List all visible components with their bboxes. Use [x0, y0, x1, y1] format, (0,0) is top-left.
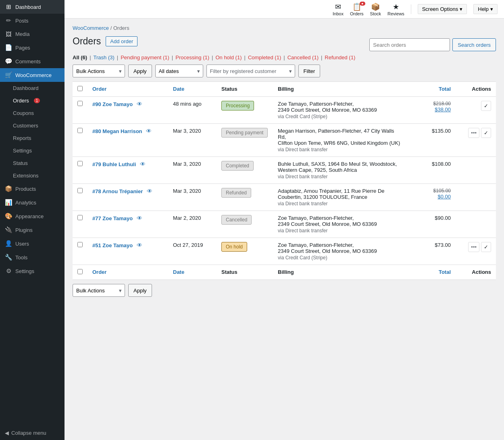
sidebar-item-comments[interactable]: 💬 Comments — [0, 54, 65, 68]
sidebar-sub-woo-settings[interactable]: Settings — [0, 144, 65, 157]
view-order-icon-90[interactable]: 👁 — [137, 101, 142, 107]
view-order-icon-51[interactable]: 👁 — [137, 242, 142, 248]
row-checkbox-90[interactable] — [77, 101, 83, 106]
billing-method: via Credit Card (Stripe) — [278, 255, 402, 261]
bulk-actions-select[interactable]: Bulk Actions Mark processing Mark on-hol… — [73, 65, 125, 77]
filter-tab-completed[interactable]: Completed (1) — [248, 54, 281, 60]
row-checkbox-77[interactable] — [77, 215, 83, 220]
sidebar-sub-woo-status[interactable]: Status — [0, 157, 65, 169]
sidebar-item-posts[interactable]: ✏ Posts — [0, 14, 65, 27]
order-link-77[interactable]: #77 Zoe Tamayo — [92, 215, 133, 221]
footer-billing-col: Billing — [273, 265, 407, 280]
more-actions-btn-51[interactable]: ••• — [468, 242, 479, 252]
view-order-icon-80[interactable]: 👁 — [146, 128, 152, 134]
sidebar-item-settings[interactable]: ⚙ Settings — [0, 264, 65, 278]
row-checkbox-51[interactable] — [77, 242, 83, 247]
filter-tab-all[interactable]: All (6) — [73, 54, 87, 60]
reviews-icon: ★ — [393, 2, 399, 11]
sidebar-item-label: Plugins — [15, 227, 33, 233]
search-orders-input[interactable] — [369, 38, 450, 51]
header-date-col[interactable]: Date — [168, 82, 217, 97]
table-row: #79 Buhle Luthuli 👁 Mar 3, 2020Completed… — [73, 157, 496, 184]
sidebar-item-users[interactable]: 👤 Users — [0, 237, 65, 250]
sidebar-item-appearance[interactable]: 🎨 Appearance — [0, 209, 65, 223]
order-link-80[interactable]: #80 Megan Harrison — [92, 128, 142, 134]
header-order-col[interactable]: Order — [87, 82, 168, 97]
filter-tab-cancelled[interactable]: Cancelled (1) — [287, 54, 319, 60]
complete-btn-51[interactable]: ✓ — [481, 242, 491, 252]
footer-order-col[interactable]: Order — [87, 265, 168, 280]
topbar-reviews[interactable]: ★ Reviews — [387, 2, 404, 16]
order-link-51[interactable]: #51 Zoe Tamayo — [92, 242, 133, 248]
search-orders-button[interactable]: Search orders — [452, 38, 496, 51]
sidebar-sub-woo-dashboard[interactable]: Dashboard — [0, 82, 65, 94]
sidebar-sub-woo-reports[interactable]: Reports — [0, 132, 65, 144]
sidebar-item-plugins[interactable]: 🔌 Plugins — [0, 223, 65, 237]
row-checkbox-78[interactable] — [77, 188, 83, 193]
billing-method: via Direct bank transfer — [278, 174, 402, 179]
view-order-icon-77[interactable]: 👁 — [137, 215, 142, 221]
total-current-78[interactable]: $0.00 — [412, 194, 451, 200]
sidebar-sub-woo-customers[interactable]: Customers — [0, 119, 65, 132]
filter-tab-processing[interactable]: Processing (1) — [175, 54, 209, 60]
tools-icon: 🔧 — [5, 254, 12, 261]
sidebar-item-analytics[interactable]: 📊 Analytics — [0, 196, 65, 209]
filter-tabs: All (6) | Trash (3) | Pending payment (1… — [73, 54, 496, 60]
screen-options-button[interactable]: Screen Options ▾ — [418, 4, 467, 14]
sidebar-item-pages[interactable]: 📄 Pages — [0, 41, 65, 54]
header-total-col[interactable]: Total — [407, 82, 456, 97]
footer-status-col: Status — [217, 265, 273, 280]
order-link-78[interactable]: #78 Arnou Trépanier — [92, 188, 143, 194]
total-79: $108.00 — [432, 161, 451, 167]
add-order-button[interactable]: Add order — [106, 36, 137, 46]
sidebar-item-woocommerce[interactable]: 🛒 WooCommerce — [0, 68, 65, 82]
order-cell: #90 Zoe Tamayo 👁 — [87, 97, 168, 124]
bulk-actions-select-bottom[interactable]: Bulk Actions Mark processing Mark on-hol… — [73, 284, 125, 297]
date-cell: Mar 2, 2020 — [168, 211, 217, 238]
complete-btn-80[interactable]: ✓ — [481, 128, 491, 138]
total-current-90[interactable]: $38.00 — [412, 106, 451, 113]
row-checkbox-79[interactable] — [77, 161, 83, 166]
view-order-icon-79[interactable]: 👁 — [140, 161, 146, 167]
sidebar-sub-woo-coupons[interactable]: Coupons — [0, 107, 65, 119]
customer-filter-select[interactable]: Filter by registered customer — [206, 65, 295, 77]
sidebar-sub-woo-orders[interactable]: Orders 1 — [0, 94, 65, 107]
view-order-icon-78[interactable]: 👁 — [147, 188, 152, 194]
sidebar-item-dashboard[interactable]: ⊞ Dashboard — [0, 0, 65, 14]
apply-button-top[interactable]: Apply — [128, 65, 152, 77]
filter-tab-pending[interactable]: Pending payment (1) — [121, 54, 169, 60]
topbar: ✉ Inbox 📋 ● Orders 📦 Stock ★ Reviews Scr… — [65, 0, 504, 19]
collapse-menu-button[interactable]: ◀ Collapse menu — [0, 426, 65, 440]
breadcrumb-parent-link[interactable]: WooCommerce — [73, 25, 109, 31]
filter-tab-refunded[interactable]: Refunded (1) — [325, 54, 355, 60]
more-actions-btn-80[interactable]: ••• — [468, 128, 479, 138]
sidebar: ⊞ Dashboard ✏ Posts 🖼 Media 📄 Pages 💬 Co… — [0, 0, 65, 440]
topbar-orders[interactable]: 📋 ● Orders — [350, 2, 364, 16]
woocommerce-icon: 🛒 — [5, 71, 12, 79]
help-button[interactable]: Help ▾ — [473, 4, 498, 14]
footer-total-col[interactable]: Total — [407, 265, 456, 280]
status-badge-80: Pending payment — [221, 128, 268, 138]
select-all-checkbox-bottom[interactable] — [77, 269, 83, 274]
select-all-checkbox[interactable] — [77, 86, 83, 91]
sidebar-item-media[interactable]: 🖼 Media — [0, 27, 65, 41]
row-checkbox-80[interactable] — [77, 128, 83, 133]
date-cell: Oct 27, 2019 — [168, 238, 217, 265]
apply-button-bottom[interactable]: Apply — [128, 284, 152, 297]
order-link-90[interactable]: #90 Zoe Tamayo — [92, 101, 133, 107]
topbar-stock[interactable]: 📦 Stock — [370, 2, 381, 16]
date-filter-select[interactable]: All dates January 2020 February 2020 Mar… — [155, 65, 203, 77]
complete-btn-90[interactable]: ✓ — [481, 101, 491, 111]
filter-tab-trash[interactable]: Trash (3) — [94, 54, 115, 60]
topbar-inbox[interactable]: ✉ Inbox — [333, 2, 344, 16]
sidebar-item-tools[interactable]: 🔧 Tools — [0, 250, 65, 264]
sidebar-sub-woo-extensions[interactable]: Extensions — [0, 169, 65, 182]
sidebar-sub-label: Extensions — [13, 173, 39, 179]
sidebar-item-products[interactable]: 📦 Products — [0, 182, 65, 196]
appearance-icon: 🎨 — [5, 213, 12, 220]
footer-date-col[interactable]: Date — [168, 265, 217, 280]
analytics-icon: 📊 — [5, 199, 12, 206]
filter-button[interactable]: Filter — [298, 65, 321, 77]
order-link-79[interactable]: #79 Buhle Luthuli — [92, 161, 136, 167]
filter-tab-on-hold[interactable]: On hold (1) — [215, 54, 242, 60]
